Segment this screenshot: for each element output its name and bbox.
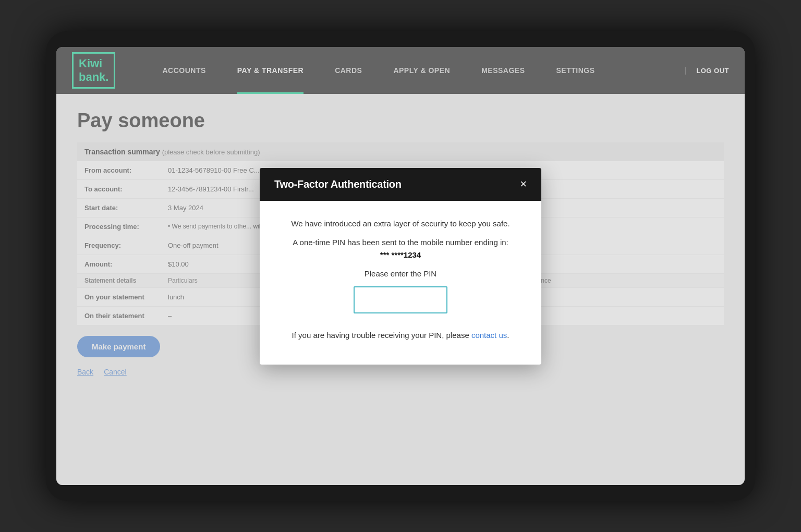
pin-input[interactable] <box>354 286 447 313</box>
modal-pin-sent-text: A one-time PIN has been sent to the mobi… <box>278 236 523 261</box>
contact-us-link[interactable]: contact us <box>471 331 507 340</box>
modal-title: Two-Factor Authentication <box>274 178 402 190</box>
phone-mask: *** ****1234 <box>380 250 421 259</box>
pin-label: Please enter the PIN <box>278 268 523 280</box>
modal-body: We have introduced an extra layer of sec… <box>260 201 541 365</box>
modal-header: Two-Factor Authentication × <box>260 168 541 201</box>
tablet-frame: Kiwi bank. ACCOUNTS PAY & TRANSFER CARDS… <box>46 31 755 501</box>
modal-close-button[interactable]: × <box>520 178 527 190</box>
modal-overlay: Two-Factor Authentication × We have intr… <box>56 47 745 485</box>
modal-footer-text: If you are having trouble receiving your… <box>278 329 523 342</box>
two-factor-modal: Two-Factor Authentication × We have intr… <box>260 168 541 365</box>
tablet-screen: Kiwi bank. ACCOUNTS PAY & TRANSFER CARDS… <box>56 47 745 485</box>
modal-intro-text: We have introduced an extra layer of sec… <box>278 217 523 230</box>
